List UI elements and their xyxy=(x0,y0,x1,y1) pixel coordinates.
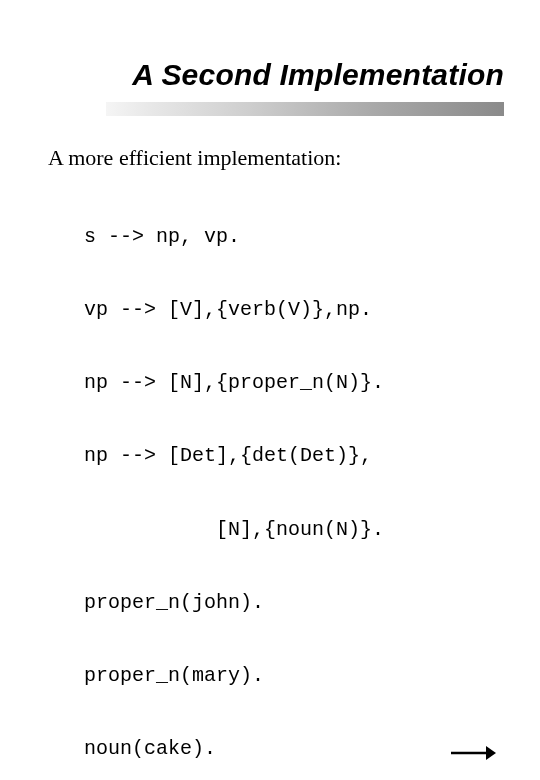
next-arrow-icon xyxy=(450,744,496,762)
code-line: s --> np, vp. xyxy=(84,225,492,249)
slide-page: A Second Implementation A more efficient… xyxy=(0,0,540,780)
code-line: np --> [N],{proper_n(N)}. xyxy=(84,371,492,395)
slide-body: A more efficient implementation: s --> n… xyxy=(0,116,540,780)
code-line: proper_n(john). xyxy=(84,591,492,615)
title-block: A Second Implementation xyxy=(0,0,540,116)
intro-text: A more efficient implementation: xyxy=(48,144,492,172)
code-block: s --> np, vp. vp --> [V],{verb(V)},np. n… xyxy=(84,176,492,780)
code-line: vp --> [V],{verb(V)},np. xyxy=(84,298,492,322)
page-title: A Second Implementation xyxy=(36,58,504,92)
title-underline xyxy=(106,102,504,116)
code-line: noun(cake). xyxy=(84,737,492,761)
code-line: proper_n(mary). xyxy=(84,664,492,688)
code-line: [N],{noun(N)}. xyxy=(84,518,492,542)
code-line: np --> [Det],{det(Det)}, xyxy=(84,444,492,468)
svg-marker-1 xyxy=(486,746,496,760)
